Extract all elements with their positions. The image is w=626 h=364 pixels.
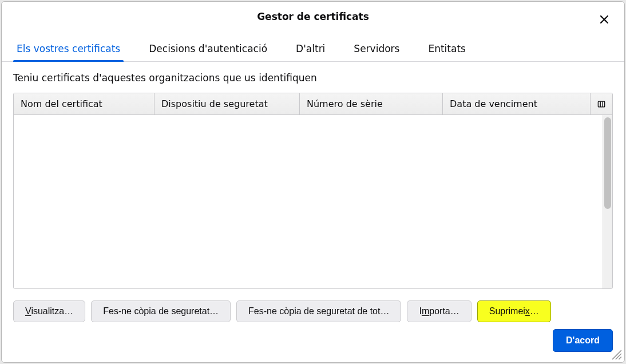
svg-rect-0 xyxy=(598,101,604,107)
table-body[interactable] xyxy=(14,115,612,288)
ok-button[interactable]: D'acord xyxy=(553,329,613,352)
tab-auth-decisions[interactable]: Decisions d'autenticació xyxy=(145,42,271,61)
table-header: Nom del certificat Dispositiu de seguret… xyxy=(14,93,612,115)
close-button[interactable] xyxy=(595,10,614,29)
resize-grip[interactable] xyxy=(612,350,622,360)
resize-grip-icon xyxy=(612,350,622,360)
tab-your-certificates[interactable]: Els vostres certificats xyxy=(13,42,124,61)
tab-description: Teniu certificats d'aquestes organitzaci… xyxy=(2,62,624,89)
certificates-table: Nom del certificat Dispositiu de seguret… xyxy=(13,93,613,289)
certificate-manager-dialog: Gestor de certificats Els vostres certif… xyxy=(1,1,625,363)
delete-button[interactable]: Suprimeix… xyxy=(477,300,551,322)
tab-people[interactable]: D'altri xyxy=(292,42,328,61)
backup-all-button[interactable]: Fes-ne còpia de seguretat de tot… xyxy=(236,300,401,322)
tab-servers[interactable]: Servidors xyxy=(350,42,403,61)
column-serial-number[interactable]: Número de sèrie xyxy=(300,93,443,114)
import-button[interactable]: Importa… xyxy=(407,300,471,322)
view-button[interactable]: Visualitza… xyxy=(13,300,85,322)
dialog-header: Gestor de certificats xyxy=(2,2,624,27)
vertical-scrollbar[interactable] xyxy=(603,115,612,288)
dialog-footer: D'acord xyxy=(2,322,624,362)
scrollbar-thumb[interactable] xyxy=(604,117,611,209)
column-security-device[interactable]: Dispositiu de seguretat xyxy=(154,93,300,114)
column-expiry-date[interactable]: Data de venciment xyxy=(443,93,591,114)
action-buttons-row: Visualitza… Fes-ne còpia de seguretat… F… xyxy=(2,289,624,322)
close-icon xyxy=(600,15,609,24)
tab-authorities[interactable]: Entitats xyxy=(425,42,469,61)
column-picker-button[interactable] xyxy=(591,93,612,114)
tab-bar: Els vostres certificats Decisions d'aute… xyxy=(2,27,624,62)
column-certificate-name[interactable]: Nom del certificat xyxy=(14,93,154,114)
dialog-title: Gestor de certificats xyxy=(257,11,369,22)
column-picker-icon xyxy=(597,100,605,108)
backup-button[interactable]: Fes-ne còpia de seguretat… xyxy=(91,300,231,322)
